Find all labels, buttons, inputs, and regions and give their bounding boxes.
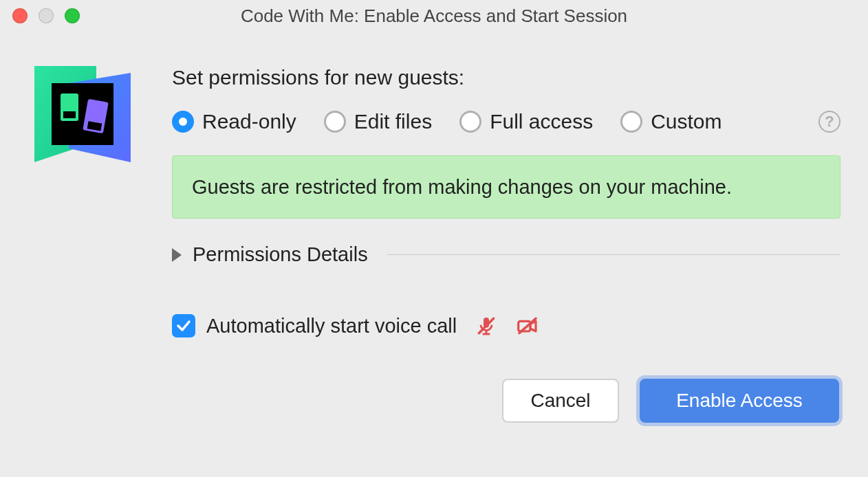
camera-muted-icon[interactable] [516,314,539,337]
button-label: Cancel [530,390,590,412]
radio-label: Read-only [202,110,296,133]
radio-label: Custom [651,110,721,133]
icon-column [34,66,172,423]
enable-access-button[interactable]: Enable Access [640,379,839,423]
radio-edit-files[interactable]: Edit files [324,110,432,133]
zoom-window-button[interactable] [65,8,80,23]
svg-rect-4 [63,111,76,118]
permissions-details-label: Permissions Details [193,243,368,266]
check-icon [175,318,192,334]
voice-call-checkbox[interactable] [172,314,195,337]
mic-muted-icon[interactable] [475,314,498,337]
divider [387,254,840,255]
radio-indicator [324,111,346,133]
permission-info-text: Guests are restricted from making change… [192,176,732,198]
dialog-buttons: Cancel Enable Access [172,379,840,423]
dialog-content: Set permissions for new guests: Read-onl… [0,32,868,443]
main-column: Set permissions for new guests: Read-onl… [172,66,840,423]
radio-label: Edit files [354,110,432,133]
voice-call-label: Automatically start voice call [206,315,457,337]
radio-full-access[interactable]: Full access [459,110,593,133]
close-window-button[interactable] [12,8,28,23]
permissions-details-toggle[interactable]: Permissions Details [172,243,840,266]
radio-read-only[interactable]: Read-only [172,110,296,133]
titlebar: Code With Me: Enable Access and Start Se… [0,0,868,32]
radio-label: Full access [490,110,593,133]
button-label: Enable Access [676,390,803,412]
permissions-heading: Set permissions for new guests: [172,66,840,89]
permission-radio-group: Read-only Edit files Full access Custom … [172,110,840,133]
window-controls [12,8,80,23]
chevron-right-icon [172,248,182,262]
voice-call-row: Automatically start voice call [172,314,840,337]
radio-indicator [172,111,194,133]
cancel-button[interactable]: Cancel [502,379,619,423]
permission-info-box: Guests are restricted from making change… [172,155,840,219]
help-icon[interactable]: ? [818,111,840,133]
radio-indicator [459,111,481,133]
minimize-window-button [39,8,54,23]
radio-custom[interactable]: Custom [620,110,721,133]
radio-indicator [620,111,642,133]
code-with-me-icon [34,66,131,162]
window-title: Code With Me: Enable Access and Start Se… [0,5,868,27]
